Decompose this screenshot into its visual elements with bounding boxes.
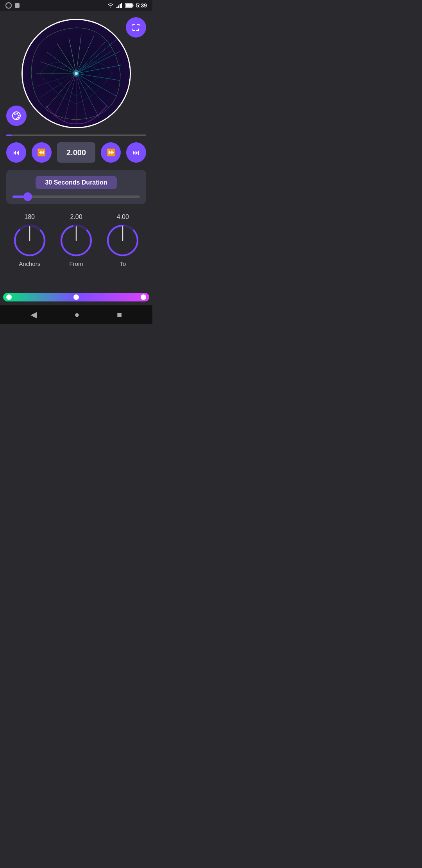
duration-label-button[interactable]: 30 Seconds Duration [36, 176, 116, 189]
svg-rect-4 [120, 4, 121, 8]
palette-button[interactable] [6, 106, 27, 126]
status-left-icons [5, 2, 20, 9]
svg-point-39 [17, 117, 19, 118]
spirograph-canvas [21, 19, 131, 128]
color-dot-center[interactable] [73, 294, 79, 300]
color-dot-right[interactable] [141, 294, 146, 300]
time-display: 5:39 [136, 2, 147, 9]
from-knob[interactable] [59, 223, 94, 258]
knobs-section: 180 Anchors 2.00 From 4.00 To [0, 207, 152, 270]
visualization-area [0, 11, 152, 132]
duration-slider-track[interactable] [13, 195, 140, 198]
svg-point-37 [16, 113, 18, 115]
from-value: 2.00 [70, 213, 82, 221]
spacer [0, 270, 152, 286]
palette-icon [11, 111, 21, 121]
bottom-nav: ◀ ● ■ [0, 305, 152, 324]
to-label: To [120, 260, 126, 267]
color-bar-container [0, 289, 152, 305]
next-button[interactable]: ⏭ [126, 142, 146, 163]
color-gradient-bar[interactable] [3, 293, 149, 301]
fullscreen-button[interactable] [126, 17, 146, 38]
spirograph-svg [23, 20, 130, 127]
home-icon: ● [74, 310, 79, 319]
from-label: From [69, 260, 83, 267]
home-button[interactable]: ● [74, 310, 79, 320]
svg-point-0 [6, 3, 11, 8]
svg-point-38 [18, 115, 20, 117]
controls-row: ⏮ ⏪ 2.000 ⏩ ⏭ [0, 138, 152, 167]
svg-rect-5 [121, 3, 122, 8]
rewind-button[interactable]: ⏪ [32, 142, 52, 163]
svg-point-34 [75, 72, 78, 75]
from-knob-container: 2.00 From [59, 213, 94, 267]
prev-icon: ⏮ [13, 149, 20, 157]
color-dot-left[interactable] [6, 294, 12, 300]
to-knob[interactable] [105, 223, 140, 258]
duration-panel: 30 Seconds Duration [6, 170, 146, 204]
status-right-info: 5:39 [107, 2, 147, 9]
to-value: 4.00 [117, 213, 129, 221]
svg-rect-2 [116, 7, 118, 8]
duration-label-text: 30 Seconds Duration [45, 179, 107, 186]
back-button[interactable]: ◀ [30, 310, 37, 320]
anchors-knob[interactable] [12, 223, 47, 258]
recents-icon: ■ [117, 310, 122, 319]
prev-button[interactable]: ⏮ [6, 142, 26, 163]
forward-button[interactable]: ⏩ [101, 142, 121, 163]
to-knob-container: 4.00 To [105, 213, 140, 267]
svg-rect-3 [118, 5, 119, 8]
svg-rect-8 [125, 4, 132, 7]
forward-icon: ⏩ [107, 148, 115, 157]
progress-bar-track[interactable] [6, 135, 146, 136]
recents-button[interactable]: ■ [117, 310, 122, 320]
signal-icon [116, 3, 123, 8]
next-icon: ⏭ [132, 149, 139, 157]
wifi-icon [107, 3, 114, 8]
anchors-value: 180 [24, 213, 35, 221]
svg-point-36 [14, 113, 16, 115]
svg-rect-7 [132, 5, 133, 7]
value-text: 2.000 [66, 148, 86, 157]
duration-slider-thumb[interactable] [23, 192, 32, 201]
circle-icon [5, 2, 12, 9]
anchors-label: Anchors [19, 260, 40, 267]
sim-icon [14, 2, 20, 9]
progress-bar-fill [6, 135, 12, 136]
status-bar: 5:39 [0, 0, 152, 11]
svg-point-40 [16, 118, 17, 119]
svg-rect-1 [15, 3, 20, 8]
value-display[interactable]: 2.000 [57, 142, 95, 163]
rewind-icon: ⏪ [37, 148, 46, 157]
anchors-knob-container: 180 Anchors [12, 213, 47, 267]
back-icon: ◀ [30, 310, 37, 319]
fullscreen-icon [131, 23, 141, 32]
battery-icon [125, 3, 134, 8]
progress-bar-container [0, 132, 152, 138]
